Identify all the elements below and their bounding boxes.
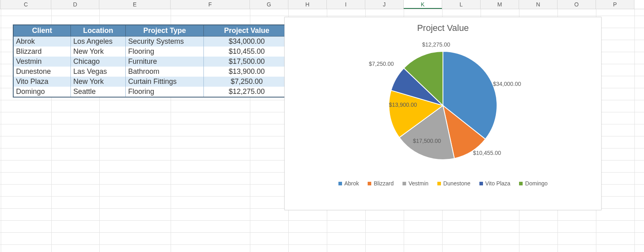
table-cell[interactable]: Blizzard <box>13 47 71 57</box>
pie-data-label: $34,000.00 <box>493 81 521 87</box>
data-table[interactable]: ClientLocationProject TypeProject Value … <box>13 24 290 98</box>
column-header-M[interactable]: M <box>481 0 519 9</box>
table-header-1[interactable]: Location <box>71 25 126 37</box>
column-header-H[interactable]: H <box>288 0 327 9</box>
table-cell[interactable]: Chicago <box>71 57 126 67</box>
column-header-O[interactable]: O <box>557 0 596 9</box>
table-cell[interactable]: Bathroom <box>126 67 204 77</box>
chart-container[interactable]: Project Value $34,000.00$10,455.00$17,50… <box>284 17 602 210</box>
pie-data-label: $12,275.00 <box>422 41 450 48</box>
table-header-0[interactable]: Client <box>13 25 71 37</box>
table-cell[interactable]: Abrok <box>13 37 71 47</box>
chart-legend: AbrokBlizzardVestminDunestoneVito PlazaD… <box>285 180 601 187</box>
table-cell[interactable]: Domingo <box>13 87 71 97</box>
legend-item: Vito Plaza <box>479 180 511 187</box>
table-cell[interactable]: Las Vegas <box>71 67 126 77</box>
legend-item: Blizzard <box>368 180 394 187</box>
legend-item: Dunestone <box>437 180 471 187</box>
pie-chart: $34,000.00$10,455.00$17,500.00$13,900.00… <box>285 33 601 178</box>
table-row[interactable]: Vito PlazaNew YorkCurtain Fittings$7,250… <box>13 77 290 87</box>
table-cell[interactable]: Seattle <box>71 87 126 97</box>
table-cell[interactable]: Los Angeles <box>71 37 126 47</box>
table-row[interactable]: DunestoneLas VegasBathroom$13,900.00 <box>13 67 290 77</box>
legend-item: Vestmin <box>402 180 429 187</box>
table-cell[interactable]: $7,250.00 <box>204 77 290 87</box>
table-cell[interactable]: Flooring <box>126 87 204 97</box>
column-header-N[interactable]: N <box>519 0 557 9</box>
table-header-3[interactable]: Project Value <box>204 25 290 37</box>
column-header-G[interactable]: G <box>250 0 288 9</box>
legend-item: Abrok <box>338 180 359 187</box>
column-header-J[interactable]: J <box>365 0 404 9</box>
table-cell[interactable]: Curtain Fittings <box>126 77 204 87</box>
column-header-P[interactable]: P <box>596 0 634 9</box>
chart-title: Project Value <box>285 23 601 33</box>
column-headers: CDEFGHIJKLMNOP <box>0 0 644 9</box>
table-cell[interactable]: $12,275.00 <box>204 87 290 97</box>
column-header-F[interactable]: F <box>171 0 250 9</box>
pie-data-label: $7,250.00 <box>369 61 394 67</box>
table-cell[interactable]: Flooring <box>126 47 204 57</box>
pie-data-label: $17,500.00 <box>413 138 441 144</box>
table-row[interactable]: DomingoSeattleFlooring$12,275.00 <box>13 87 290 97</box>
pie-data-label: $13,900.00 <box>389 102 417 108</box>
column-header-C[interactable]: C <box>1 0 51 9</box>
table-cell[interactable]: $13,900.00 <box>204 67 290 77</box>
column-header-D[interactable]: D <box>51 0 99 9</box>
table-row[interactable]: VestminChicagoFurniture$17,500.00 <box>13 57 290 67</box>
table-cell[interactable]: $17,500.00 <box>204 57 290 67</box>
table-header-2[interactable]: Project Type <box>126 25 204 37</box>
table-cell[interactable]: Vestmin <box>13 57 71 67</box>
table-cell[interactable]: Vito Plaza <box>13 77 71 87</box>
table-cell[interactable]: $34,000.00 <box>204 37 290 47</box>
column-header-K[interactable]: K <box>404 0 442 9</box>
table-cell[interactable]: $10,455.00 <box>204 47 290 57</box>
table-cell[interactable]: New York <box>71 47 126 57</box>
pie-data-label: $10,455.00 <box>473 150 501 156</box>
table-cell[interactable]: Dunestone <box>13 67 71 77</box>
table-cell[interactable]: New York <box>71 77 126 87</box>
column-header-E[interactable]: E <box>99 0 171 9</box>
table-cell[interactable]: Security Systems <box>126 37 204 47</box>
table-header-row: ClientLocationProject TypeProject Value <box>13 25 290 37</box>
table-row[interactable]: BlizzardNew YorkFlooring$10,455.00 <box>13 47 290 57</box>
table-cell[interactable]: Furniture <box>126 57 204 67</box>
table-row[interactable]: AbrokLos AngelesSecurity Systems$34,000.… <box>13 37 290 47</box>
column-header-L[interactable]: L <box>442 0 481 9</box>
legend-item: Domingo <box>519 180 547 187</box>
column-header-I[interactable]: I <box>327 0 365 9</box>
